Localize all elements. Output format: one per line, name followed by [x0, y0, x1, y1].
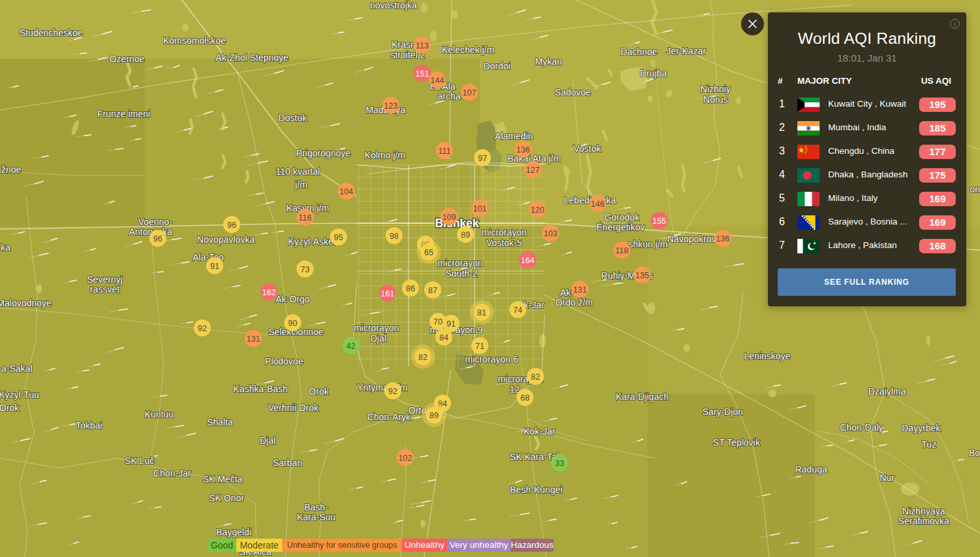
svg-text:SK Mečta: SK Mečta [203, 474, 243, 484]
svg-text:73: 73 [300, 265, 310, 274]
svg-text:Kyzyl-Tuu: Kyzyl-Tuu [0, 389, 39, 400]
svg-text:97: 97 [478, 154, 487, 163]
svg-text:103: 103 [544, 229, 558, 238]
svg-text:Ak-Zhol Stepnoye: Ak-Zhol Stepnoye [215, 52, 288, 63]
svg-text:107: 107 [463, 88, 477, 98]
svg-text:Nizhnyaya: Nizhnyaya [902, 506, 945, 516]
svg-text:microrayon: microrayon [354, 323, 399, 333]
svg-text:SK Kara-Tal: SK Kara-Tal [510, 452, 559, 462]
svg-text:on: on [970, 184, 980, 194]
svg-text:Vostok-5: Vostok-5 [486, 238, 522, 248]
svg-text:68: 68 [520, 393, 530, 403]
svg-text:96: 96 [153, 234, 162, 243]
svg-text:92: 92 [388, 387, 397, 396]
svg-text:33: 33 [555, 459, 564, 468]
svg-text:Bash-: Bash- [304, 502, 329, 512]
svg-text:rassvet: rassvet [90, 284, 119, 295]
svg-text:Shalta: Shalta [207, 417, 233, 427]
svg-text:91: 91 [446, 319, 456, 329]
svg-text:127: 127 [526, 166, 540, 175]
svg-text:Jer-Kazar: Jer-Kazar [666, 46, 706, 56]
svg-text:Komsomolskoe: Komsomolskoe [163, 35, 226, 46]
svg-text:Dzaiylma: Dzaiylma [868, 386, 906, 397]
svg-text:Dostuk: Dostuk [278, 113, 308, 123]
svg-text:Djal: Djal [371, 333, 386, 344]
svg-text:shkun j/m: shkun j/m [628, 239, 668, 249]
svg-text:j/m: j/m [295, 179, 308, 190]
svg-text:Ozernoe: Ozernoe [109, 54, 145, 64]
svg-text:Malovodnoye: Malovodnoye [0, 298, 52, 308]
svg-text:42: 42 [346, 342, 355, 351]
svg-text:161: 161 [381, 289, 395, 298]
svg-text:Studencheskoe: Studencheskoe [20, 27, 83, 38]
svg-text:123: 123 [384, 101, 398, 111]
svg-text:Vostok: Vostok [573, 143, 602, 154]
svg-text:Gorodok: Gorodok [604, 212, 640, 223]
svg-text:81: 81 [477, 308, 486, 317]
svg-text:95: 95 [334, 233, 343, 242]
svg-text:113: 113 [416, 41, 429, 50]
svg-text:84: 84 [439, 333, 448, 342]
svg-text:101: 101 [473, 204, 487, 213]
svg-text:144: 144 [431, 76, 445, 85]
svg-text:Ordo ž/m: Ordo ž/m [555, 297, 593, 308]
svg-text:89: 89 [461, 230, 470, 240]
svg-text:Chon-Aryk: Chon-Aryk [367, 412, 411, 422]
svg-text:87: 87 [428, 286, 437, 295]
svg-text:Raduga: Raduga [795, 464, 827, 475]
svg-text:151: 151 [416, 69, 429, 79]
svg-text:110 kvartal: 110 kvartal [276, 166, 319, 177]
svg-text:South-2: South-2 [445, 268, 477, 279]
svg-text:98: 98 [390, 232, 399, 241]
svg-text:102: 102 [399, 454, 412, 463]
svg-text:136: 136 [517, 145, 530, 154]
svg-text:96: 96 [227, 221, 236, 230]
svg-text:Bo: Bo [969, 448, 980, 458]
svg-text:71: 71 [475, 342, 484, 351]
svg-text:104: 104 [340, 187, 354, 196]
svg-text:131: 131 [247, 334, 261, 344]
svg-text:Dayyrbek: Dayyrbek [901, 423, 941, 433]
svg-text:118: 118 [615, 246, 628, 255]
svg-text:Verhnii Orok: Verhnii Orok [268, 403, 319, 413]
svg-text:Dachnoe: Dachnoe [621, 46, 657, 57]
svg-text:89: 89 [429, 411, 439, 420]
svg-text:Voenno-: Voenno- [138, 217, 172, 227]
svg-text:Kashka-Bash: Kashka-Bash [233, 384, 287, 394]
svg-text:116: 116 [299, 213, 312, 223]
svg-text:136: 136 [716, 234, 730, 243]
svg-text:Nizhniy: Nizhniy [700, 84, 731, 94]
svg-text:novostrojka: novostrojka [370, 0, 417, 10]
svg-text:Orok: Orok [309, 386, 329, 397]
svg-text:Drujba: Drujba [640, 68, 666, 79]
svg-text:Orok: Orok [0, 403, 20, 413]
svg-text:131: 131 [573, 285, 587, 295]
svg-text:Besh-Kungei: Besh-Kungei [510, 484, 562, 495]
svg-text:a-Sakal: a-Sakal [1, 363, 32, 374]
svg-text:70: 70 [433, 317, 443, 327]
svg-text:Baygeldi: Baygeldi [216, 527, 251, 537]
svg-text:Plodovoe: Plodovoe [265, 356, 304, 367]
svg-text:Kok-Jar: Kok-Jar [524, 426, 556, 437]
svg-text:74: 74 [513, 306, 522, 315]
svg-text:SK Onor: SK Onor [209, 493, 244, 503]
svg-text:Kara-Suu: Kara-Suu [297, 512, 335, 522]
svg-text:Ak-Orgo: Ak-Orgo [276, 294, 310, 304]
svg-text:Nur: Nur [880, 473, 895, 483]
svg-text:Kyzyl-Asker: Kyzyl-Asker [288, 236, 336, 247]
svg-text:Leninskoye: Leninskoye [744, 351, 791, 361]
svg-text:Sary-Djon: Sary-Djon [702, 406, 743, 417]
svg-text:Énergetikov: Énergetikov [596, 222, 645, 232]
svg-text:Mykan: Mykan [535, 56, 562, 67]
svg-text:82: 82 [418, 353, 427, 362]
svg-text:86: 86 [406, 284, 415, 293]
svg-text:Chon-Daly: Chon-Daly [840, 422, 883, 433]
svg-text:120: 120 [531, 206, 545, 215]
svg-text:žnoe: žnoe [1, 164, 22, 175]
svg-text:65: 65 [424, 248, 433, 257]
svg-text:Tokbai: Tokbai [76, 420, 102, 431]
svg-text:ST Teplovik: ST Teplovik [713, 437, 761, 448]
svg-text:Kolmo j/m: Kolmo j/m [365, 150, 405, 160]
svg-text:microrayon 6: microrayon 6 [465, 354, 518, 365]
svg-text:Norus: Norus [703, 94, 727, 105]
